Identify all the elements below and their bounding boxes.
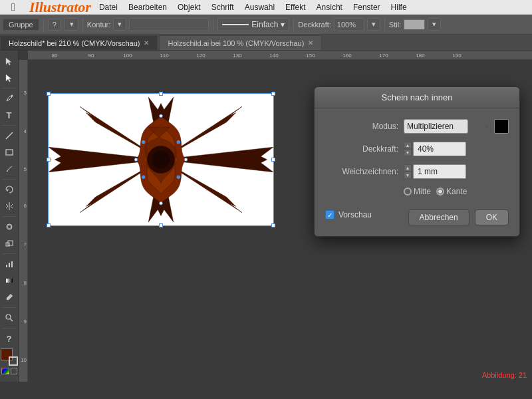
ruler-tick-170: 170 [379,53,388,59]
weichzeichnen-arrows: ▲ ▼ [404,164,412,179]
vorschau-checkbox[interactable]: ✓ Vorschau [325,210,372,219]
radio-mitte-label: Mitte [414,187,431,196]
selection-tool[interactable] [1,53,17,69]
stil-color[interactable] [404,19,425,30]
gradient-tool[interactable] [1,273,17,289]
ruler-tick-140: 140 [269,53,278,59]
tab-close-0[interactable]: ✕ [144,39,149,47]
none-mode-btn[interactable] [11,368,17,374]
svg-rect-12 [11,261,13,267]
radio-kante-circle [436,188,444,196]
svg-point-29 [134,158,138,162]
tool-sep-3 [3,179,16,180]
svg-point-35 [49,158,51,162]
ruler-horizontal: 80 90 100 110 120 130 140 150 160 170 18… [28,51,532,60]
ruler-tick-90: 90 [88,53,94,59]
canvas-area[interactable]: 80 90 100 110 120 130 140 150 160 170 18… [19,51,532,382]
color-mode-btn[interactable] [1,368,9,374]
line-tool[interactable] [1,128,17,144]
deckkraft-up-arrow[interactable]: ▲ [404,142,412,149]
abbrechen-button[interactable]: Abbrechen [408,209,469,225]
weichzeichnen-row: Weichzeichnen: ▲ ▼ [325,164,509,179]
dialog-title: Schein nach innen [315,87,519,108]
toolbar-sep-5 [384,18,385,31]
modus-select-container: Multiplizieren ▾ [404,119,491,134]
tab-holzschild-100[interactable]: Holzschild.ai bei 100 % (CMYK/Vorschau) … [159,35,322,50]
rect-tool[interactable] [1,144,17,160]
menu-fenster[interactable]: Fenster [348,1,386,13]
svg-point-34 [177,176,180,179]
stil-dropdown[interactable]: ▾ [428,18,441,31]
menu-objekt[interactable]: Objekt [172,1,206,13]
ruler-tick-v-7: 7 [24,242,27,247]
tab-close-1[interactable]: ✕ [308,39,313,47]
checkbox-icon: ✓ [325,210,334,219]
menu-ansicht[interactable]: Ansicht [311,1,348,13]
direct-selection-tool[interactable] [1,70,17,86]
apple-menu[interactable]:  [0,1,27,13]
mitte-kante-group: Mitte Kante [404,187,467,196]
opacity-input[interactable] [334,18,364,31]
ruler-tick-150: 150 [306,53,315,59]
ruler-tick-110: 110 [160,53,168,59]
menu-datei[interactable]: Datei [94,1,123,13]
app-name: Illustrator [29,0,91,16]
svg-rect-5 [6,150,13,155]
menu-items: Datei Bearbeiten Objekt Schrift Auswahl … [94,1,412,13]
weichzeichnen-spinner: ▲ ▼ [404,164,466,179]
menu-auswahl[interactable]: Auswahl [239,1,280,13]
tool-sep-5 [3,253,16,254]
tool-sep-7 [3,328,16,329]
pencil-tool[interactable] [1,161,17,177]
menu-hilfe[interactable]: Hilfe [386,1,412,13]
help-tool[interactable]: ? [1,331,17,346]
svg-point-15 [6,315,11,319]
graph-tool[interactable] [1,256,17,272]
dialog-schein-nach-innen[interactable]: Schein nach innen Modus: Multiplizieren [314,86,520,237]
menu-bearbeiten[interactable]: Bearbeiten [123,1,172,13]
canvas-content[interactable]: Abbildung: 21 Schein nach innen Modus: M… [28,60,532,382]
modus-label: Modus: [325,122,398,131]
mirror-tool[interactable] [1,198,17,214]
weichzeichnen-up-arrow[interactable]: ▲ [404,164,412,172]
radio-mitte[interactable]: Mitte [404,187,431,196]
ruler-tick-v-8: 8 [24,281,27,286]
opacity-dropdown[interactable]: ▾ [367,18,380,31]
deckkraft-label: Deckkraft: [325,144,398,154]
ruler-tick-180: 180 [416,53,424,59]
svg-rect-13 [6,279,13,283]
kontur-input[interactable] [129,18,209,31]
help-button[interactable]: ? [48,19,61,31]
modus-color-swatch[interactable] [494,119,509,134]
deckkraft-input[interactable] [413,142,466,156]
menu-effekt[interactable]: Effekt [280,1,311,13]
weichzeichnen-input[interactable] [413,164,466,179]
modus-select[interactable]: Multiplizieren [404,119,468,134]
pen-tool[interactable] [1,90,17,106]
rotate-tool[interactable] [1,182,17,198]
deckkraft-down-arrow[interactable]: ▼ [404,149,412,156]
svg-line-16 [10,319,13,322]
warp-tool[interactable] [1,219,17,235]
tabs-bar: Holzschild* bei 210 % (CMYK/Vorschau) ✕ … [0,35,532,51]
kontur-label: Kontur: [87,21,110,29]
stroke-color[interactable] [9,356,18,366]
modus-row: Modus: Multiplizieren ▾ [325,119,509,134]
color-mode-buttons [1,368,17,374]
color-fill-stroke[interactable] [1,348,18,366]
align-button[interactable]: ▾ [64,18,78,31]
eyedropper-tool[interactable] [1,289,17,305]
zoom-tool[interactable] [1,310,17,326]
ruler-tick-v-10: 10 [21,358,27,363]
ok-button[interactable]: OK [475,209,509,225]
type-tool[interactable]: T [1,107,17,123]
weichzeichnen-down-arrow[interactable]: ▼ [404,172,412,179]
scale-tool[interactable] [1,235,17,251]
toolbar-sep-2 [82,18,83,31]
radio-mitte-circle [404,188,412,196]
radio-kante[interactable]: Kante [436,187,467,196]
menu-schrift[interactable]: Schrift [206,1,239,13]
tab-holzschild-210[interactable]: Holzschild* bei 210 % (CMYK/Vorschau) ✕ [0,35,158,50]
deckkraft-spinner: ▲ ▼ [404,142,466,156]
kontur-dropdown[interactable]: ▾ [113,18,126,31]
